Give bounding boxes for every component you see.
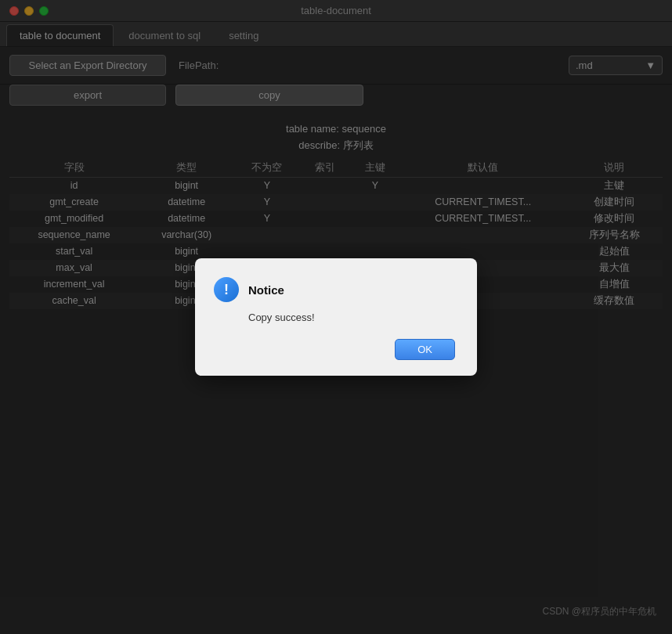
dialog-header: ! Notice <box>214 277 455 302</box>
notice-icon: ! <box>214 277 239 302</box>
dialog-title: Notice <box>248 283 284 297</box>
dialog-overlay: ! Notice Copy success! OK <box>0 0 672 634</box>
dialog-footer: OK <box>214 339 455 360</box>
notice-dialog: ! Notice Copy success! OK <box>195 258 477 376</box>
ok-button[interactable]: OK <box>395 339 455 360</box>
dialog-message: Copy success! <box>248 312 455 323</box>
